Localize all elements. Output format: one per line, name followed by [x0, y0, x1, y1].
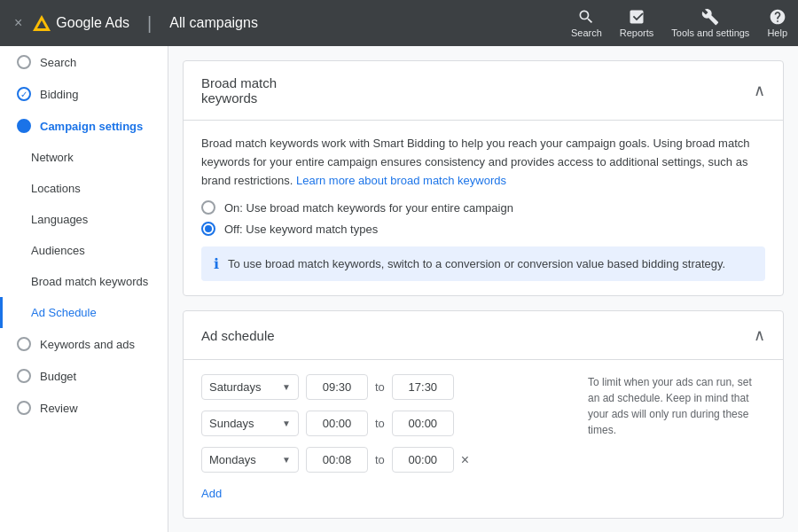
nav-divider: | — [147, 13, 152, 34]
chevron-down-icon-0: ▼ — [282, 382, 291, 392]
broad-match-title: Broad match keywords — [201, 75, 277, 106]
broad-match-collapse-button[interactable]: ∧ — [754, 81, 765, 100]
sidebar-item-review[interactable]: Review — [0, 392, 168, 424]
search-nav-button[interactable]: Search — [571, 8, 602, 38]
sidebar-label-broad-match: Broad match keywords — [31, 275, 148, 288]
close-button[interactable]: × — [11, 12, 26, 35]
sidebar-item-budget[interactable]: Budget — [0, 360, 168, 392]
sidebar-item-keywords[interactable]: Keywords and ads — [0, 328, 168, 360]
radio-option-on[interactable]: On: Use broad match keywords for your en… — [201, 200, 765, 215]
broad-match-card: Broad match keywords ∧ Broad match keywo… — [183, 60, 784, 296]
sidebar-item-campaign-settings[interactable]: Campaign settings — [0, 110, 168, 142]
chevron-down-icon-1: ▼ — [282, 419, 291, 428]
sidebar-item-broad-match[interactable]: Broad match keywords — [0, 266, 168, 297]
remove-row-button-2[interactable]: × — [461, 452, 469, 468]
google-ads-logo: Google Ads — [33, 15, 129, 31]
radio-label-on: On: Use broad match keywords for your en… — [224, 201, 513, 215]
info-box: ℹ To use broad match keywords, switch to… — [201, 246, 765, 281]
sidebar-indicator-bidding: ✓ — [17, 87, 31, 101]
sidebar-item-network[interactable]: Network — [0, 142, 168, 173]
sidebar-indicator-review — [17, 401, 31, 415]
time-from-2[interactable] — [306, 447, 368, 473]
schedule-rows: Saturdays ▼ to Sundays ▼ — [201, 374, 570, 504]
chevron-down-icon-2: ▼ — [282, 455, 291, 465]
logo-triangle-icon — [33, 15, 51, 31]
sidebar: Search ✓ Bidding Campaign settings Netwo… — [0, 46, 168, 532]
sidebar-label-budget: Budget — [40, 370, 76, 383]
help-nav-button[interactable]: Help — [767, 8, 787, 38]
ad-schedule-collapse-button[interactable]: ∧ — [754, 325, 765, 345]
sidebar-label-bidding: Bidding — [40, 88, 78, 101]
broad-match-card-body: Broad match keywords work with Smart Bid… — [184, 121, 783, 295]
sidebar-item-search[interactable]: Search — [0, 46, 168, 78]
sidebar-indicator-keywords — [17, 337, 31, 351]
learn-more-link[interactable]: Learn more about broad match keywords — [296, 174, 506, 187]
radio-option-off[interactable]: Off: Use keyword match types — [201, 222, 765, 236]
time-from-0[interactable] — [306, 374, 368, 400]
sidebar-label-campaign-settings: Campaign settings — [40, 120, 143, 133]
sidebar-item-ad-schedule[interactable]: Ad Schedule — [0, 297, 168, 328]
time-from-1[interactable] — [306, 411, 368, 436]
sidebar-indicator-campaign-settings — [17, 119, 31, 133]
app-name: Google Ads — [56, 15, 129, 31]
info-message: To use broad match keywords, switch to a… — [228, 257, 725, 270]
reports-nav-label: Reports — [620, 27, 654, 38]
schedule-row-1: Sundays ▼ to — [201, 411, 570, 436]
ad-schedule-card: Ad schedule ∧ Saturdays ▼ to — [183, 310, 784, 519]
to-label-1: to — [375, 417, 385, 430]
tools-nav-label: Tools and settings — [671, 27, 749, 38]
day-value-1: Sundays — [209, 417, 254, 430]
radio-indicator-on — [201, 200, 215, 215]
search-nav-label: Search — [571, 27, 602, 38]
time-to-1[interactable] — [392, 411, 454, 436]
nav-left: × Google Ads | All campaigns — [11, 12, 571, 35]
sidebar-item-bidding[interactable]: ✓ Bidding — [0, 78, 168, 110]
sidebar-label-search: Search — [40, 56, 76, 69]
schedule-hint: To limit when your ads can run, set an a… — [588, 374, 765, 504]
sidebar-item-locations[interactable]: Locations — [0, 173, 168, 204]
radio-indicator-off — [201, 222, 215, 236]
reports-nav-button[interactable]: Reports — [620, 8, 654, 38]
sidebar-label-ad-schedule: Ad Schedule — [31, 306, 97, 319]
radio-label-off: Off: Use keyword match types — [224, 223, 378, 236]
ad-schedule-card-header: Ad schedule ∧ — [184, 311, 783, 360]
sidebar-indicator-budget — [17, 369, 31, 383]
sidebar-item-audiences[interactable]: Audiences — [0, 235, 168, 266]
sidebar-label-locations: Locations — [31, 182, 81, 195]
nav-right: Search Reports Tools and settings Help — [571, 8, 787, 38]
add-schedule-row-button[interactable]: Add — [201, 483, 570, 504]
day-value-2: Mondays — [209, 453, 256, 466]
top-navigation: × Google Ads | All campaigns Search Repo… — [0, 0, 798, 46]
sidebar-label-review: Review — [40, 402, 78, 415]
sidebar-indicator-search — [17, 55, 31, 69]
help-nav-label: Help — [767, 27, 787, 38]
to-label-2: to — [375, 453, 385, 466]
schedule-row-0: Saturdays ▼ to — [201, 374, 570, 400]
schedule-row-2: Mondays ▼ to × — [201, 447, 570, 473]
time-to-0[interactable] — [392, 374, 454, 400]
page-title: All campaigns — [169, 15, 258, 31]
sidebar-label-languages: Languages — [31, 213, 88, 226]
day-select-1[interactable]: Sundays ▼ — [201, 411, 299, 436]
schedule-layout: Saturdays ▼ to Sundays ▼ — [201, 374, 765, 504]
content-area: Broad match keywords ∧ Broad match keywo… — [168, 46, 798, 532]
broad-match-description: Broad match keywords work with Smart Bid… — [201, 135, 765, 190]
sidebar-item-languages[interactable]: Languages — [0, 204, 168, 235]
day-select-2[interactable]: Mondays ▼ — [201, 447, 299, 473]
ad-schedule-title: Ad schedule — [201, 328, 275, 343]
day-select-0[interactable]: Saturdays ▼ — [201, 374, 299, 400]
broad-match-card-header: Broad match keywords ∧ — [184, 61, 783, 121]
time-to-2[interactable] — [392, 447, 454, 473]
sidebar-label-network: Network — [31, 151, 74, 164]
tools-nav-button[interactable]: Tools and settings — [671, 8, 749, 38]
sidebar-label-audiences: Audiences — [31, 244, 85, 257]
sidebar-label-keywords: Keywords and ads — [40, 338, 135, 351]
info-icon: ℹ — [214, 255, 219, 272]
main-layout: Search ✓ Bidding Campaign settings Netwo… — [0, 46, 798, 532]
ad-schedule-card-body: Saturdays ▼ to Sundays ▼ — [184, 360, 783, 518]
to-label-0: to — [375, 380, 385, 394]
day-value-0: Saturdays — [209, 380, 262, 394]
